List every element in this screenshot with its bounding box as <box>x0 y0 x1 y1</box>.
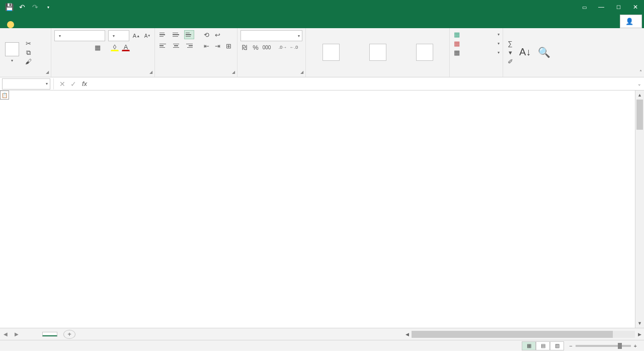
maximize-button[interactable]: ☐ <box>610 0 627 14</box>
accounting-format-icon[interactable]: ₪ <box>240 43 249 51</box>
align-top-icon[interactable] <box>158 30 168 39</box>
ribbon-display-options-icon[interactable]: ▭ <box>576 0 593 14</box>
group-clipboard: ▾ ✂ ⧉ 🖌 ◢ <box>0 28 51 77</box>
scroll-thumb[interactable] <box>412 331 613 338</box>
align-right-icon[interactable] <box>184 41 194 50</box>
enter-formula-icon: ✓ <box>68 80 79 88</box>
clear-icon[interactable]: ✐ <box>506 58 514 66</box>
font-color-icon[interactable]: A <box>122 43 130 51</box>
page-break-view-icon[interactable]: ▧ <box>550 341 564 350</box>
align-middle-icon[interactable] <box>171 30 181 39</box>
qat-customize-icon[interactable]: ▾ <box>44 3 52 11</box>
chevron-down-icon: ▾ <box>59 34 61 38</box>
sort-filter-button[interactable]: A↓ <box>517 45 533 60</box>
cell-grid[interactable]: ✛ 📋 <box>0 90 635 328</box>
increase-font-icon[interactable]: A▲ <box>132 32 140 40</box>
find-select-button[interactable]: 🔍 <box>536 45 552 60</box>
zoom-out-button[interactable]: − <box>569 343 572 349</box>
format-cells-button[interactable]: ▦▾ <box>453 48 500 56</box>
vertical-scrollbar[interactable]: ▲ ▼ <box>635 90 644 328</box>
group-cells: ▦▾ ▦▾ ▦▾ <box>450 28 503 77</box>
conditional-formatting-button[interactable] <box>320 43 342 63</box>
table-icon <box>369 44 386 61</box>
group-label <box>506 75 641 76</box>
tell-me[interactable] <box>7 21 17 28</box>
scroll-up-icon[interactable]: ▲ <box>635 90 644 100</box>
percent-format-icon[interactable]: % <box>252 43 260 51</box>
zoom-knob[interactable] <box>618 343 622 349</box>
bold-button[interactable] <box>54 43 62 51</box>
auto-fill-options-icon[interactable]: 📋 <box>0 90 9 100</box>
insert-function-icon[interactable]: fx <box>79 80 90 87</box>
insert-cells-icon: ▦ <box>453 30 461 38</box>
increase-indent-icon[interactable]: ⇥ <box>213 42 221 50</box>
dialog-launcher-icon[interactable]: ◢ <box>148 70 153 75</box>
cell-styles-button[interactable] <box>414 43 435 63</box>
number-format-combo[interactable]: ▾ <box>240 30 302 41</box>
expand-formula-bar-icon[interactable]: ⌄ <box>635 81 644 86</box>
decrease-indent-icon[interactable]: ⇤ <box>202 42 210 50</box>
close-button[interactable]: ✕ <box>627 0 644 14</box>
decrease-decimal-icon[interactable]: ←.0 <box>290 43 298 51</box>
italic-button[interactable] <box>65 43 73 51</box>
save-icon[interactable]: 💾 <box>5 3 13 11</box>
horizontal-scrollbar[interactable]: ◀ ▶ <box>403 330 644 339</box>
zoom-slider[interactable] <box>576 345 631 347</box>
insert-cells-button[interactable]: ▦▾ <box>453 30 500 38</box>
format-painter-icon[interactable]: 🖌 <box>24 58 32 66</box>
formula-bar: ▾ ✕ ✓ fx ⌄ <box>0 77 644 90</box>
scroll-thumb[interactable] <box>636 100 643 130</box>
minimize-button[interactable]: — <box>593 0 610 14</box>
increase-decimal-icon[interactable]: .0→ <box>279 43 287 51</box>
group-editing: ∑ ▾ ✐ A↓ 🔍 <box>503 28 644 77</box>
dialog-launcher-icon[interactable]: ◢ <box>45 70 50 75</box>
quick-access-toolbar: 💾 ↶ ↷ ▾ <box>0 3 52 11</box>
chevron-down-icon: ▾ <box>298 34 300 38</box>
formula-input[interactable] <box>90 78 635 89</box>
scroll-down-icon[interactable]: ▼ <box>635 319 644 328</box>
merge-center-icon[interactable]: ⊞ <box>224 42 232 50</box>
share-button[interactable]: 👤 <box>620 15 642 28</box>
orientation-icon[interactable]: ⟲ <box>202 31 210 39</box>
format-cells-icon: ▦ <box>453 48 461 56</box>
dialog-launcher-icon[interactable]: ◢ <box>299 70 304 75</box>
align-bottom-icon[interactable] <box>184 30 194 39</box>
wrap-text-icon[interactable]: ↩ <box>213 31 221 39</box>
font-size-combo[interactable]: ▾ <box>108 30 129 41</box>
normal-view-icon[interactable]: ▦ <box>522 341 536 350</box>
new-sheet-button[interactable]: + <box>63 330 75 339</box>
align-center-icon[interactable] <box>171 41 181 50</box>
collapse-ribbon-icon[interactable]: ˄ <box>639 69 642 75</box>
conditional-formatting-icon <box>323 44 340 61</box>
fill-color-icon[interactable]: ◊ <box>111 43 119 51</box>
delete-cells-button[interactable]: ▦▾ <box>453 39 500 47</box>
fill-icon[interactable]: ▾ <box>506 49 514 57</box>
scroll-right-icon[interactable]: ▶ <box>635 332 644 337</box>
cut-icon[interactable]: ✂ <box>24 40 32 48</box>
group-styles <box>306 28 450 77</box>
signin-button[interactable] <box>608 19 618 25</box>
underline-button[interactable] <box>76 43 85 51</box>
font-name-combo[interactable]: ▾ <box>54 30 105 41</box>
undo-icon[interactable]: ↶ <box>18 3 26 11</box>
group-label <box>453 75 500 76</box>
sheet-tab[interactable] <box>42 332 57 336</box>
name-box[interactable]: ▾ <box>2 78 50 89</box>
paste-button[interactable]: ▾ <box>3 41 21 64</box>
decrease-font-icon[interactable]: A▼ <box>143 32 151 40</box>
tab-nav-prev-icon[interactable]: ◀ <box>0 331 11 337</box>
group-label: ◢ <box>3 75 48 76</box>
group-font: ▾ ▾ A▲ A▼ ▦ ◊ A ◢ <box>51 28 155 77</box>
borders-icon[interactable]: ▦ <box>94 43 102 51</box>
align-left-icon[interactable] <box>158 41 168 50</box>
format-as-table-button[interactable] <box>367 43 388 63</box>
copy-icon[interactable]: ⧉ <box>24 49 32 57</box>
dialog-launcher-icon[interactable]: ◢ <box>231 70 236 75</box>
page-layout-view-icon[interactable]: ▤ <box>536 341 550 350</box>
status-bar: ▦ ▤ ▧ − + <box>0 340 644 351</box>
tab-nav-next-icon[interactable]: ▶ <box>11 331 22 337</box>
zoom-in-button[interactable]: + <box>634 343 637 349</box>
autosum-icon[interactable]: ∑ <box>506 40 514 48</box>
scroll-left-icon[interactable]: ◀ <box>403 332 412 337</box>
comma-format-icon[interactable]: 000 <box>263 43 271 51</box>
